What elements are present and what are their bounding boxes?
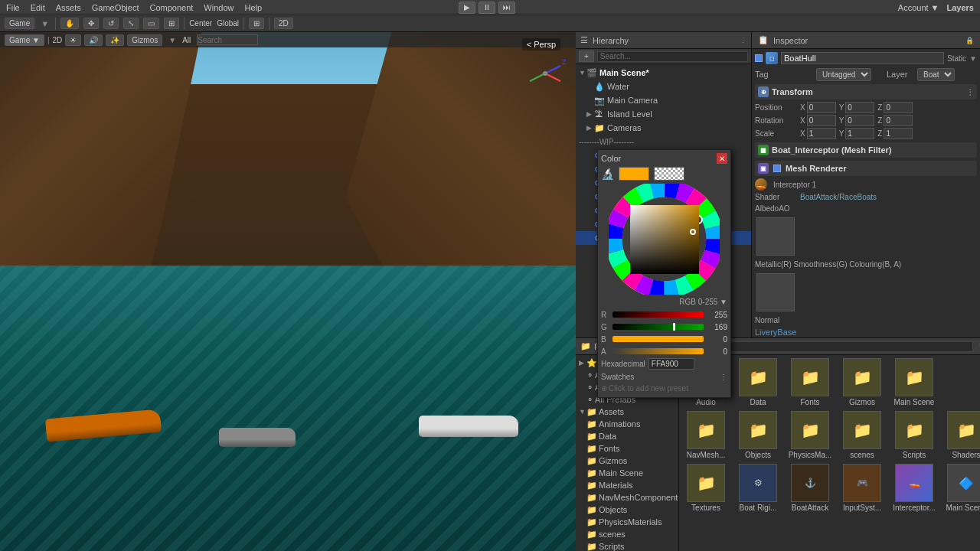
project-navmesh[interactable]: 📁 NavMeshComponents [576,491,678,504]
hierarchy-icon: ☰ [580,35,588,45]
hierarchy-more-icon[interactable]: ⋮ [740,37,746,44]
scene-audio-btn[interactable]: 🔊 [84,34,103,46]
account-label[interactable]: Account ▼ [898,3,939,12]
asset-scripts[interactable]: 📁 Scripts [890,411,938,459]
asset-mainscene[interactable]: 📁 Main Scene [890,358,938,406]
color-close-button[interactable]: ✕ [717,153,727,164]
metallic-texture-slot[interactable] [756,273,795,311]
asset-objects[interactable]: 📁 Objects [734,411,782,459]
hierarchy-item-water[interactable]: 💧 Water [576,80,751,93]
inspector-lock-icon[interactable]: 🔒 [965,37,974,44]
layer-dropdown[interactable]: Boat [917,68,955,81]
transform-menu[interactable]: ⋮ [966,88,974,96]
meshfilter-header[interactable]: ▦ Boat_Interceptor (Mesh Filter) [755,142,977,158]
g-track[interactable] [612,324,704,330]
hex-input[interactable]: FFA900 [648,358,694,370]
project-physics[interactable]: 📁 PhysicsMaterials [576,516,678,528]
toolbar-scale-tool[interactable]: ⤡ [123,18,139,29]
scene-2d[interactable]: 2D [53,36,63,44]
asset-inputsyst[interactable]: 🎮 InputSyst... [838,464,886,512]
object-static-label: Static [947,54,966,63]
pause-button[interactable]: ⏸ [479,2,495,14]
asset-physics[interactable]: 📁 PhysicsMa... [786,411,834,459]
asset-boatrigid[interactable]: ⚙ Boat Rigi... [734,464,782,512]
hierarchy-item-cameras[interactable]: ▶ 📁 Cameras [576,121,751,135]
livery-base-link[interactable]: LiveryBase [755,328,977,337]
scene-search-input[interactable] [197,34,258,45]
b-track[interactable] [612,336,704,342]
color-wheel-container[interactable] [609,184,720,295]
albedo-texture-slot[interactable] [756,217,795,256]
rotation-y-input[interactable] [845,115,874,126]
asset-fonts[interactable]: 📁 Fonts [786,358,834,406]
project-data[interactable]: 📁 Data [576,430,678,442]
menu-gameobject[interactable]: GameObject [92,3,139,12]
scale-z-input[interactable] [884,128,913,139]
scene-game-tab[interactable]: Game ▼ [5,34,44,46]
rotation-z-input[interactable] [884,115,913,126]
project-animations[interactable]: 📁 Animations [576,418,678,430]
menu-assets[interactable]: Assets [56,3,81,12]
asset-scenes[interactable]: 📁 scenes [838,411,886,459]
hierarchy-item-main-camera[interactable]: 📷 Main Camera [576,93,751,107]
add-swatch-hint[interactable]: Click to add new preset [609,384,688,393]
scene-fx-btn[interactable]: ✨ [106,34,124,46]
r-track[interactable] [612,311,704,318]
asset-shaders[interactable]: 📁 Shaders [942,411,980,459]
scale-y-input[interactable] [845,128,874,139]
position-y-input[interactable] [845,102,874,113]
menu-file[interactable]: File [6,3,20,12]
asset-interceptor[interactable]: 🚤 Interceptor... [890,464,938,512]
project-assets-root[interactable]: ▼ 📁 Assets [576,406,678,418]
meshrenderer-header[interactable]: ▣ Mesh Renderer [755,161,977,176]
asset-data[interactable]: 📁 Data [734,358,782,406]
a-track[interactable] [612,348,704,354]
scene-light-btn[interactable]: ☀ [65,34,81,46]
project-scenes[interactable]: 📁 scenes [576,528,678,540]
swatches-menu-icon[interactable]: ⋮ [720,373,727,381]
menu-help[interactable]: Help [244,3,262,12]
asset-main-scene-unity[interactable]: 🔷 Main Scene [942,464,980,512]
toolbar-rotate-tool[interactable]: ↺ [103,18,119,29]
hierarchy-search[interactable] [597,51,748,62]
step-button[interactable]: ⏭ [498,2,515,14]
rotation-x-input[interactable] [807,115,836,126]
toolbar-hand-tool[interactable]: ✋ [60,18,79,29]
object-enabled-checkbox[interactable] [755,54,763,62]
menu-window[interactable]: Window [204,3,234,12]
asset-boatattack[interactable]: ⚓ BoatAttack [786,464,834,512]
hierarchy-item-island[interactable]: ▶ 🏝 Island Level [576,107,751,121]
play-button[interactable]: ▶ [459,2,475,14]
project-objects[interactable]: 📁 Objects [576,504,678,516]
rgb-range-label[interactable]: RGB 0-255 ▼ [679,298,727,306]
toolbar-2d-btn[interactable]: 2D [274,18,293,29]
color-gradient-square[interactable] [630,205,699,274]
toolbar-move-tool[interactable]: ✥ [83,18,99,29]
hierarchy-add-btn[interactable]: + [579,51,594,62]
asset-navmesh[interactable]: 📁 NavMesh... [682,411,730,459]
hierarchy-item-main-scene[interactable]: ▼ 🎬 Main Scene* [576,66,751,80]
asset-gizmos[interactable]: 📁 Gizmos [838,358,886,406]
scale-x-input[interactable] [807,128,836,139]
toolbar-layers-btn[interactable]: ⊞ [249,18,264,29]
toolbar-rect-tool[interactable]: ▭ [143,18,159,29]
eyedropper-button[interactable]: 🔬 [601,168,614,180]
project-scripts[interactable]: 📁 Scripts [576,540,678,551]
project-materials[interactable]: 📁 Materials [576,479,678,491]
meshrenderer-enabled[interactable] [773,165,781,172]
project-main-scene[interactable]: 📁 Main Scene [576,467,678,479]
transform-header[interactable]: ⊕ Transform ⋮ [755,84,977,99]
menu-component[interactable]: Component [149,3,193,12]
object-name-input[interactable]: BoatHull [781,52,944,64]
position-z-input[interactable] [884,102,913,113]
position-x-input[interactable] [807,102,836,113]
static-dropdown[interactable]: ▼ [969,54,977,63]
toolbar-transform-tool[interactable]: ⊞ [164,18,179,29]
menu-edit[interactable]: Edit [31,3,45,12]
layers-label[interactable]: Layers [947,3,974,12]
scene-gizmos-btn[interactable]: Gizmos [127,34,162,46]
asset-textures[interactable]: 📁 Textures [682,464,730,512]
project-fonts[interactable]: 📁 Fonts [576,442,678,455]
project-gizmos[interactable]: 📁 Gizmos [576,455,678,467]
tag-dropdown[interactable]: Untagged [816,68,871,81]
